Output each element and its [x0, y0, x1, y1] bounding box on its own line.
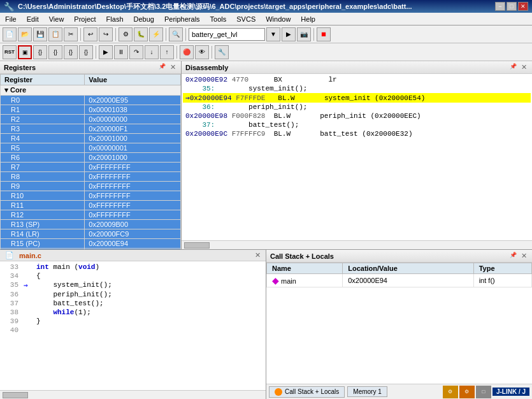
menu-item-window[interactable]: Window: [261, 14, 296, 24]
settings-button[interactable]: 🔧: [215, 45, 229, 59]
reg-row[interactable]: R100xFFFFFFFF: [1, 191, 181, 201]
menu-item-svcs[interactable]: SVCS: [231, 14, 261, 24]
build-button[interactable]: ⚙: [119, 27, 133, 41]
line-text: system_init();: [36, 281, 112, 289]
reg-name: R8: [1, 172, 85, 182]
close-button[interactable]: ✕: [518, 2, 528, 11]
code-content[interactable]: 33 int main (void) 34 { 35 ⇒ system_init…: [0, 261, 266, 390]
menu-item-view[interactable]: View: [44, 14, 69, 24]
scrollbar-thumb[interactable]: [3, 392, 28, 398]
reg-name: R11: [1, 201, 85, 210]
step-over[interactable]: ↷: [129, 45, 143, 59]
disasm-line-highlighted: ⇒0x20000E94 F7FFFDE BL.W system_init (0x…: [183, 93, 531, 103]
disassembly-scrollbar[interactable]: [182, 240, 532, 249]
open-button[interactable]: 📂: [18, 27, 32, 41]
pause-button[interactable]: ⏸: [114, 45, 128, 59]
disassembly-content[interactable]: 0x20000E92 4770 BX lr 35: system_init();…: [182, 74, 532, 240]
callstack-close-icon[interactable]: ✕: [520, 252, 528, 260]
menu-item-tools[interactable]: Tools: [205, 14, 232, 24]
watch-button[interactable]: 👁: [195, 45, 209, 59]
go-button[interactable]: ▶: [282, 27, 296, 41]
cut-button[interactable]: ✂: [64, 27, 78, 41]
scrollbar-thumb[interactable]: [184, 242, 210, 249]
disassembly-pin-icon[interactable]: 📌: [508, 63, 518, 71]
braces-btn3[interactable]: {}: [64, 45, 78, 59]
code-filename: main.c: [19, 252, 41, 259]
reg-row[interactable]: R14 (LR)0x20000FC9: [1, 229, 181, 239]
menu-item-file[interactable]: File: [0, 14, 22, 24]
stop-button[interactable]: ⏹: [317, 27, 331, 41]
line-num: 40: [1, 326, 24, 334]
reg-row[interactable]: R110xFFFFFFFF: [1, 201, 181, 210]
reg-row[interactable]: R50x00000001: [1, 143, 181, 153]
disassembly-close-icon[interactable]: ✕: [520, 63, 528, 71]
braces-btn2[interactable]: {}: [48, 45, 62, 59]
reg-row[interactable]: R90xFFFFFFFF: [1, 182, 181, 191]
reg-row[interactable]: R40x20001000: [1, 134, 181, 143]
new-button[interactable]: 📄: [3, 27, 17, 41]
reg-row[interactable]: R30x200000F1: [1, 124, 181, 134]
reg-row[interactable]: R00x20000E95: [1, 96, 181, 105]
sep4: [185, 28, 186, 41]
registers-close-icon[interactable]: ✕: [169, 63, 177, 71]
reg-value: 0x20001000: [85, 153, 181, 163]
save-button[interactable]: 💾: [33, 27, 47, 41]
code-close-icon[interactable]: ✕: [255, 251, 261, 259]
search-button[interactable]: 🔍: [169, 27, 183, 41]
registers-pin-icon[interactable]: 📌: [157, 63, 167, 71]
upper-panels: Registers 📌 ✕ Register Value ▾ CoreR00x2…: [0, 61, 532, 249]
step-into[interactable]: ↓: [145, 45, 159, 59]
rst-button[interactable]: RST: [3, 45, 17, 59]
braces-btn4[interactable]: {}: [79, 45, 93, 59]
reg-row[interactable]: ▾ Core: [1, 85, 181, 96]
highlight-button[interactable]: ▣: [18, 45, 32, 59]
copy-button[interactable]: 📋: [48, 27, 62, 41]
callstack-content[interactable]: Name Location/Value Type ◆ main 0x20000E…: [266, 263, 532, 384]
camera-button[interactable]: 📷: [297, 27, 311, 41]
reg-row[interactable]: R80xFFFFFFFF: [1, 172, 181, 182]
title-bar: 🔧 C:\Users\Administrator\Desktop\手环文档\3.…: [0, 0, 532, 13]
line-num: 34: [1, 272, 24, 280]
function-search-input[interactable]: [189, 28, 265, 41]
reg-row[interactable]: R60x20001000: [1, 153, 181, 163]
flash-button[interactable]: ⚡: [149, 27, 163, 41]
menu-item-debug[interactable]: Debug: [129, 14, 159, 24]
redo-button[interactable]: ↪: [99, 27, 113, 41]
reg-value: 0xFFFFFFFF: [85, 172, 181, 182]
menu-item-project[interactable]: Project: [69, 14, 101, 24]
menu-item-help[interactable]: Help: [296, 14, 320, 24]
code-panel: 📄 main.c ✕ 33 int main (void) 34 { 35 ⇒: [0, 250, 266, 399]
memory-tab[interactable]: Memory 1: [347, 386, 387, 397]
line-num: 39: [1, 317, 24, 325]
callstack-tab-label: Call Stack + Locals: [285, 388, 339, 395]
col-location: Location/Value: [343, 263, 473, 274]
line-num: 36: [1, 291, 24, 298]
step-out[interactable]: ↑: [160, 45, 174, 59]
reg-row[interactable]: R15 (PC)0x20000E94: [1, 239, 181, 249]
bp-button[interactable]: 🔴: [180, 45, 194, 59]
reg-row[interactable]: R13 (SP)0x20009B00: [1, 220, 181, 229]
braces-btn1[interactable]: {}: [33, 45, 47, 59]
reg-value: 0xFFFFFFFF: [85, 201, 181, 210]
menu-bar: FileEditViewProjectFlashDebugPeripherals…: [0, 13, 532, 25]
minimize-button[interactable]: −: [495, 2, 505, 11]
maximize-button[interactable]: □: [507, 2, 517, 11]
sep8: [212, 46, 212, 59]
menu-item-flash[interactable]: Flash: [101, 14, 129, 24]
menu-item-edit[interactable]: Edit: [22, 14, 44, 24]
undo-button[interactable]: ↩: [83, 27, 97, 41]
reg-row[interactable]: R10x00001038: [1, 105, 181, 115]
menu-item-peripherals[interactable]: Peripherals: [159, 14, 205, 24]
reg-row[interactable]: R120xFFFFFFFF: [1, 210, 181, 220]
callstack-tab[interactable]: Call Stack + Locals: [269, 386, 345, 398]
reg-row[interactable]: R20x00000000: [1, 115, 181, 124]
registers-table[interactable]: Register Value ▾ CoreR00x20000E95R10x000…: [0, 74, 181, 249]
callstack-pin-icon[interactable]: 📌: [508, 252, 518, 260]
line-arrow: ⇒: [24, 281, 36, 289]
callstack-title: Call Stack + Locals: [270, 252, 334, 260]
run-button[interactable]: ▶: [99, 45, 113, 59]
debug-button[interactable]: 🐛: [134, 27, 148, 41]
dropdown-button[interactable]: ▼: [266, 27, 280, 41]
reg-row[interactable]: R70xFFFFFFFF: [1, 163, 181, 172]
code-scrollbar-h[interactable]: [0, 390, 266, 399]
